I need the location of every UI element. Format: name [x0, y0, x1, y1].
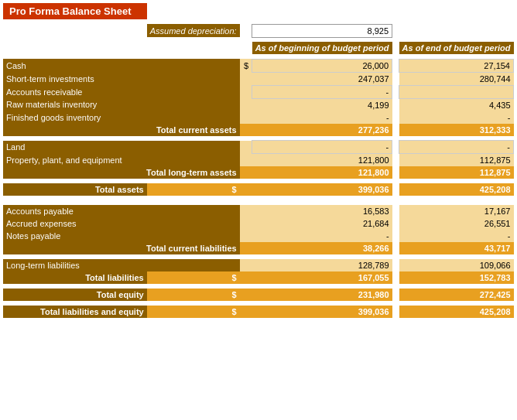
- finished-goods-row: Finished goods inventory - -: [3, 111, 514, 124]
- tle-val1: 399,036: [252, 306, 392, 318]
- spreadsheet-container: Pro Forma Balance Sheet Assumed deprecia…: [0, 0, 517, 321]
- tlta-val1: 121,800: [252, 166, 392, 179]
- ap-label: Accounts payable: [3, 205, 240, 217]
- land-val2: -: [399, 141, 514, 154]
- ap-val2: 17,167: [399, 205, 514, 217]
- np-val2: -: [399, 230, 514, 242]
- tl-dollar1: $: [147, 271, 240, 284]
- tcl-val1: 38,266: [252, 242, 392, 254]
- tlta-label: Total long-term assets: [3, 166, 240, 179]
- tle-dollar1: $: [147, 306, 240, 318]
- tl-label: Total liabilities: [3, 271, 147, 284]
- accounts-receivable-row: Accounts receivable -: [3, 85, 514, 98]
- tca-label: Total current assets: [3, 124, 240, 136]
- tle-val2: 425,208: [399, 306, 514, 318]
- ae-val2: 26,551: [399, 217, 514, 230]
- cash-label: Cash: [3, 59, 240, 72]
- cash-dollar1: $: [240, 59, 252, 72]
- accrued-expenses-row: Accrued expenses 21,684 26,551: [3, 217, 514, 230]
- ar-val2: [399, 85, 514, 98]
- cash-row: Cash $ 26,000 27,154: [3, 59, 514, 72]
- rmi-val1: 4,199: [252, 98, 392, 111]
- ta-val2: 425,208: [399, 183, 514, 196]
- te-dollar1: $: [147, 289, 240, 301]
- short-term-investments-row: Short-term investments 247,037 280,744: [3, 72, 514, 85]
- ppe-label: Property, plant, and equipment: [3, 154, 240, 167]
- tl-val1: 167,055: [252, 271, 392, 284]
- page-title: Pro Forma Balance Sheet: [3, 3, 147, 19]
- ar-label: Accounts receivable: [3, 85, 240, 98]
- fgi-label: Finished goods inventory: [3, 111, 240, 124]
- ae-label: Accrued expenses: [3, 217, 240, 230]
- tl-val2: 152,783: [399, 271, 514, 284]
- ta-val1: 399,036: [252, 183, 392, 196]
- sti-val1: 247,037: [252, 72, 392, 85]
- raw-materials-row: Raw materials inventory 4,199 4,435: [3, 98, 514, 111]
- te-val2: 272,425: [399, 289, 514, 301]
- total-liabilities-equity-row: Total liabilities and equity $ 399,036 4…: [3, 306, 514, 318]
- title-row: Pro Forma Balance Sheet: [3, 3, 514, 19]
- ppe-val1: 121,800: [252, 154, 392, 167]
- rmi-label: Raw materials inventory: [3, 98, 240, 111]
- tle-label: Total liabilities and equity: [3, 306, 147, 318]
- assumed-depreciation-row: Assumed depreciation: 8,925: [3, 24, 514, 37]
- rmi-val2: 4,435: [399, 98, 514, 111]
- column-headers-row: As of beginning of budget period As of e…: [3, 42, 514, 54]
- sti-label: Short-term investments: [3, 72, 240, 85]
- notes-payable-row: Notes payable - -: [3, 230, 514, 242]
- np-val1: -: [252, 230, 392, 242]
- tcl-val2: 43,717: [399, 242, 514, 254]
- header-col1: As of beginning of budget period: [252, 42, 392, 54]
- tca-val1: 277,236: [252, 124, 392, 136]
- ppe-row: Property, plant, and equipment 121,800 1…: [3, 154, 514, 167]
- ta-label: Total assets: [3, 183, 147, 196]
- land-val1: -: [252, 141, 392, 154]
- fgi-val2: -: [399, 111, 514, 124]
- total-longterm-assets-row: Total long-term assets 121,800 112,875: [3, 166, 514, 179]
- te-label: Total equity: [3, 289, 147, 301]
- total-current-liabilities-row: Total current liabilities 38,266 43,717: [3, 242, 514, 254]
- tlta-val2: 112,875: [399, 166, 514, 179]
- ar-val1: -: [252, 85, 392, 98]
- tcl-label: Total current liabilities: [3, 242, 240, 254]
- total-liabilities-row: Total liabilities $ 167,055 152,783: [3, 271, 514, 284]
- ltl-label: Long-term liabilities: [3, 259, 240, 271]
- tca-val2: 312,333: [399, 124, 514, 136]
- np-label: Notes payable: [3, 230, 240, 242]
- total-equity-row: Total equity $ 231,980 272,425: [3, 289, 514, 301]
- ae-val1: 21,684: [252, 217, 392, 230]
- ltl-val1: 128,789: [252, 259, 392, 271]
- sti-val2: 280,744: [399, 72, 514, 85]
- total-assets-row: Total assets $ 399,036 425,208: [3, 183, 514, 196]
- ppe-val2: 112,875: [399, 154, 514, 167]
- land-row: Land - -: [3, 141, 514, 154]
- cash-val1: 26,000: [252, 59, 392, 72]
- ap-val1: 16,583: [252, 205, 392, 217]
- accounts-payable-row: Accounts payable 16,583 17,167: [3, 205, 514, 217]
- longterm-liabilities-row: Long-term liabilities 128,789 109,066: [3, 259, 514, 271]
- assumed-depreciation-value[interactable]: 8,925: [252, 24, 392, 37]
- fgi-val1: -: [252, 111, 392, 124]
- ltl-val2: 109,066: [399, 259, 514, 271]
- assumed-depreciation-label: Assumed depreciation:: [147, 24, 240, 37]
- header-col2: As of end of budget period: [399, 42, 514, 54]
- cash-val2: 27,154: [399, 59, 514, 72]
- land-label: Land: [3, 141, 240, 154]
- total-current-assets-row: Total current assets 277,236 312,333: [3, 124, 514, 136]
- ta-dollar1: $: [147, 183, 240, 196]
- te-val1: 231,980: [252, 289, 392, 301]
